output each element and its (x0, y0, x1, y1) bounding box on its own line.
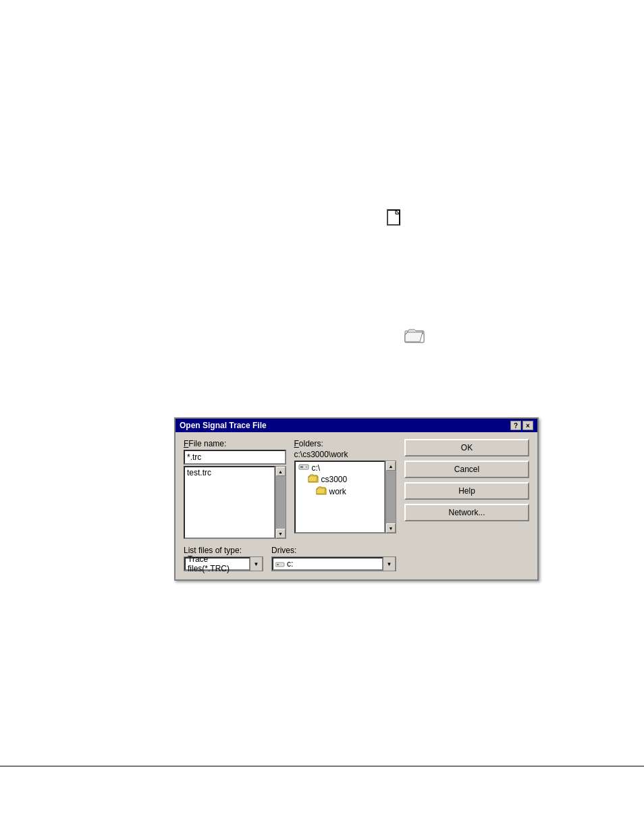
help-button[interactable]: Help (404, 482, 529, 500)
titlebar-controls: ? × (510, 421, 533, 430)
document-icon (385, 209, 404, 228)
file-name-label: FFile name: (184, 439, 286, 448)
file-list-container: test.trc ▲ ▼ (184, 466, 286, 539)
folders-path: c:\cs3000\work (294, 450, 397, 459)
drives-select[interactable]: c: ▼ (271, 556, 396, 571)
file-name-input[interactable] (184, 450, 286, 465)
ok-button[interactable]: OK (404, 439, 529, 457)
folder-open-icon (308, 474, 319, 485)
main-row: FFile name: test.trc ▲ ▼ (184, 439, 529, 539)
cancel-button[interactable]: Cancel (404, 461, 529, 478)
left-panel: FFile name: test.trc ▲ ▼ (184, 439, 286, 539)
list-type-arrow[interactable]: ▼ (250, 556, 263, 571)
folders-list[interactable]: c:\ cs3000 (294, 461, 386, 533)
list-type-select[interactable]: Trace files(*.TRC) ▼ (184, 556, 263, 571)
list-type-value: Trace files(*.TRC) (184, 557, 250, 571)
scroll-track (276, 476, 286, 529)
dialog-title: Open Signal Trace File (180, 421, 267, 430)
folder-open-icon-2 (316, 486, 327, 497)
svg-rect-8 (300, 466, 303, 468)
drives-arrow[interactable]: ▼ (383, 556, 396, 571)
folders-scroll-track (386, 471, 396, 523)
list-type-panel: List files of type: Trace files(*.TRC) ▼ (184, 546, 263, 571)
drive-icon-inline (275, 559, 287, 569)
folder-cs3000-label: cs3000 (321, 475, 348, 484)
svg-rect-13 (277, 564, 279, 565)
folder-work-label: work (329, 487, 346, 496)
folders-label: Folders: (294, 439, 397, 448)
bottom-divider (0, 766, 644, 766)
scroll-down-btn[interactable]: ▼ (276, 529, 286, 538)
drive-label: c:\ (312, 463, 321, 473)
open-folder-icon (404, 325, 425, 344)
drives-panel: Drives: c: ▼ (271, 546, 396, 571)
folder-item-work[interactable]: work (296, 486, 385, 498)
svg-point-9 (306, 467, 307, 468)
file-list[interactable]: test.trc (184, 466, 275, 539)
folder-item-c[interactable]: c:\ (296, 462, 385, 473)
folder-item-cs3000[interactable]: cs3000 (296, 473, 385, 486)
folders-list-container: c:\ cs3000 (294, 461, 397, 533)
list-files-label: List files of type: (184, 546, 263, 555)
folders-scrollbar: ▲ ▼ (385, 461, 396, 533)
drive-icon (298, 463, 309, 473)
drives-value: c: (272, 557, 383, 571)
svg-rect-12 (275, 563, 284, 567)
scroll-up-btn[interactable]: ▲ (276, 467, 286, 476)
dialog-titlebar: Open Signal Trace File ? × (176, 419, 537, 432)
close-title-button[interactable]: × (522, 421, 533, 430)
file-list-item[interactable]: test.trc (185, 467, 274, 478)
button-spacer (404, 546, 529, 571)
folders-scroll-up[interactable]: ▲ (386, 461, 396, 471)
dialog-content: FFile name: test.trc ▲ ▼ (176, 432, 537, 579)
help-title-button[interactable]: ? (510, 421, 521, 430)
folders-scroll-down[interactable]: ▼ (386, 523, 396, 533)
network-button[interactable]: Network... (404, 504, 529, 521)
folders-panel: Folders: c:\cs3000\work (294, 439, 397, 539)
drives-label: Drives: (271, 546, 396, 555)
bottom-row: List files of type: Trace files(*.TRC) ▼… (184, 546, 529, 571)
open-dialog: Open Signal Trace File ? × FFile name: t… (174, 417, 539, 581)
file-list-scrollbar: ▲ ▼ (275, 466, 286, 539)
buttons-panel: OK Cancel Help Network... (404, 439, 529, 539)
